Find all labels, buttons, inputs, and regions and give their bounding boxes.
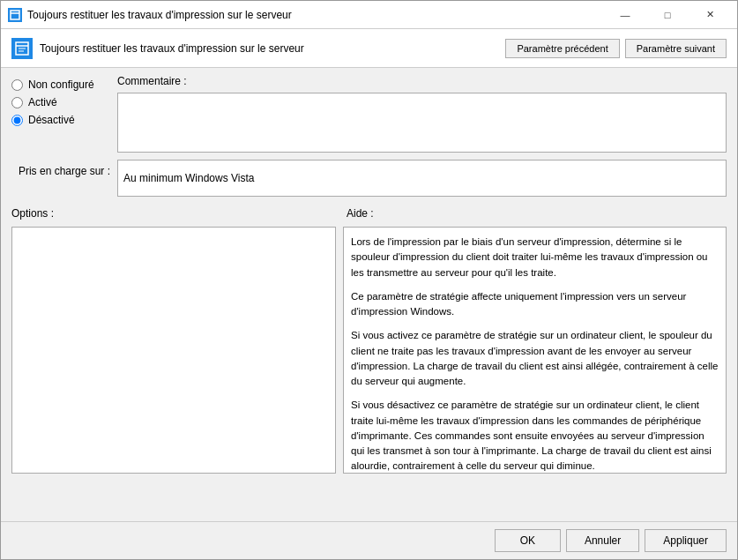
main-content: Non configuré Activé Désactivé Commentai… — [1, 68, 737, 521]
aide-paragraph: Si vous activez ce paramètre de stratégi… — [351, 328, 719, 389]
minimize-button[interactable]: — — [605, 6, 645, 24]
apply-button[interactable]: Appliquer — [645, 529, 727, 552]
comment-section: Commentaire : — [117, 75, 727, 153]
radio-group: Non configuré Activé Désactivé — [11, 75, 117, 153]
aide-panel[interactable]: Lors de l'impression par le biais d'un s… — [343, 227, 727, 474]
window-title: Toujours restituer les travaux d'impress… — [27, 9, 292, 21]
aide-section-label: Aide : — [347, 207, 374, 220]
header-title: Toujours restituer les travaux d'impress… — [40, 42, 304, 55]
title-bar: Toujours restituer les travaux d'impress… — [1, 1, 737, 29]
bottom-panels: Lors de l'impression par le biais d'un s… — [11, 227, 727, 514]
prev-button[interactable]: Paramètre précédent — [505, 39, 619, 58]
comment-label: Commentaire : — [117, 75, 727, 87]
cancel-button[interactable]: Annuler — [566, 529, 639, 552]
aide-paragraph: Ce paramètre de stratégie affecte unique… — [351, 289, 719, 320]
main-window: Toujours restituer les travaux d'impress… — [0, 0, 738, 560]
supported-section: Pris en charge sur : Au minimum Windows … — [11, 160, 727, 197]
maximize-button[interactable]: □ — [647, 6, 688, 24]
radio-non-configure[interactable]: Non configuré — [11, 78, 117, 91]
window-icon — [8, 8, 22, 22]
ok-button[interactable]: OK — [495, 529, 561, 552]
supported-value: Au minimum Windows Vista — [117, 160, 727, 197]
radio-non-configure-input[interactable] — [11, 79, 23, 91]
radio-active-input[interactable] — [11, 97, 23, 108]
header-left: Toujours restituer les travaux d'impress… — [11, 38, 304, 59]
title-bar-left: Toujours restituer les travaux d'impress… — [8, 8, 292, 22]
next-button[interactable]: Paramètre suivant — [625, 39, 727, 58]
radio-non-configure-label: Non configuré — [28, 78, 94, 91]
header-bar: Toujours restituer les travaux d'impress… — [1, 29, 737, 68]
radio-desactive-label: Désactivé — [28, 114, 75, 126]
footer: OK Annuler Appliquer — [1, 521, 737, 559]
top-section: Non configuré Activé Désactivé Commentai… — [11, 75, 727, 153]
policy-icon — [11, 38, 33, 59]
close-button[interactable]: ✕ — [690, 6, 730, 24]
middle-labels: Options : Aide : — [11, 207, 727, 220]
svg-rect-0 — [11, 11, 19, 19]
supported-label: Pris en charge sur : — [11, 160, 117, 177]
options-section-label: Options : — [11, 207, 347, 220]
header-buttons: Paramètre précédent Paramètre suivant — [505, 39, 727, 58]
radio-desactive[interactable]: Désactivé — [11, 114, 117, 126]
comment-textarea[interactable] — [117, 93, 727, 153]
radio-desactive-input[interactable] — [11, 115, 23, 126]
aide-paragraph: Si vous désactivez ce paramètre de strat… — [351, 398, 719, 474]
title-controls: — □ ✕ — [605, 6, 730, 24]
radio-active-label: Activé — [28, 96, 57, 108]
radio-active[interactable]: Activé — [11, 96, 117, 108]
options-panel — [11, 227, 336, 474]
aide-paragraph: Lors de l'impression par le biais d'un s… — [351, 235, 719, 280]
